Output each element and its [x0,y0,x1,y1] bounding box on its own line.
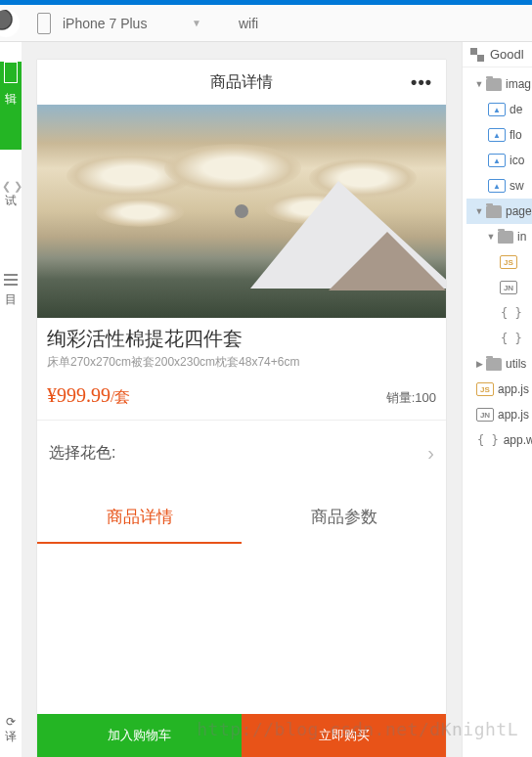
tree-icon [470,48,484,62]
file-explorer: Goodl ▼imag ▲de ▲flo ▲ico ▲sw ▼page ▼in … [462,42,532,757]
image-icon: ▲ [488,128,506,142]
file-item[interactable]: ▲ico [466,148,532,173]
network-name: wifi [239,16,258,31]
page-title: 商品详情 [210,72,273,93]
detail-tabs: 商品详情 商品参数 [37,492,446,544]
folder-utils[interactable]: ▶utils [466,351,532,377]
file-item[interactable]: JS [466,249,532,275]
device-name: iPhone 7 Plus [63,16,147,31]
wxss-icon: { } [501,306,522,320]
js-icon: JS [476,382,494,396]
product-info: 绚彩活性棉提花四件套 床单270x270cm被套200x230cm枕套48x74… [37,318,446,421]
wxml-icon: { } [501,332,522,345]
network-select[interactable]: wifi [209,16,385,31]
chevron-down-icon: ▼ [192,18,201,28]
more-icon[interactable]: ••• [411,72,432,93]
json-icon: JN [500,281,517,294]
file-item[interactable]: ▲de [466,97,532,122]
action-bar: 加入购物车 立即购买 [37,714,446,757]
device-icon[interactable] [37,13,51,34]
project-name: Goodl [490,47,524,62]
simulator: 商品详情 ••• 绚彩活性棉提花四件套 床单270x270cm被套200x230… [22,42,462,757]
image-icon: ▲ [488,103,506,116]
wxss-icon: { } [477,433,499,447]
avatar[interactable] [0,10,20,37]
chevron-right-icon: › [427,442,434,465]
nav-compile[interactable]: ⟳译 [0,686,22,751]
edit-icon [4,62,18,83]
cloud-shape [96,198,184,227]
js-icon: JS [500,255,517,269]
dev-toolbar: iPhone 7 Plus ▼ wifi [0,5,532,42]
product-sales: 销量:100 [386,389,436,407]
folder-pages[interactable]: ▼page [466,199,532,224]
project-header[interactable]: Goodl [463,42,532,67]
folder-icon [486,78,502,91]
file-item[interactable]: JN [466,275,532,300]
device-select[interactable]: iPhone 7 Plus ▼ [63,16,209,31]
left-nav: 辑 ❮ ❯试 目 ⟳译 [0,42,22,757]
nav-debug[interactable]: ❮ ❯试 [0,150,22,215]
product-image[interactable] [37,105,446,318]
folder-images[interactable]: ▼imag [466,71,532,97]
file-app-wxss[interactable]: { }app.w [466,427,532,453]
file-item[interactable]: { } [466,326,532,351]
add-to-cart-button[interactable]: 加入购物车 [37,714,242,757]
folder-index[interactable]: ▼in [466,224,532,249]
folder-icon [486,205,502,218]
chevron-icon: ❮ ❯ [0,180,22,192]
product-title: 绚彩活性棉提花四件套 [47,326,436,352]
product-price: ¥999.99/套 [47,384,130,408]
product-subtitle: 床单270x270cm被套200x230cm枕套48x74+6cm [47,354,436,371]
json-icon: JN [476,408,494,422]
list-icon [4,274,18,286]
image-icon: ▲ [488,179,506,193]
buy-now-button[interactable]: 立即购买 [242,714,446,757]
tab-params[interactable]: 商品参数 [242,492,446,544]
file-item[interactable]: { } [466,300,532,326]
file-item[interactable]: ▲sw [466,173,532,199]
folder-icon [498,231,513,244]
page-indicator [235,204,248,218]
nav-project[interactable]: 目 [0,215,22,314]
file-app-json[interactable]: JNapp.js [466,402,532,427]
nav-edit[interactable]: 辑 [0,62,22,150]
compile-icon: ⟳ [6,715,16,729]
file-item[interactable]: ▲flo [466,122,532,148]
phone-frame: 商品详情 ••• 绚彩活性棉提花四件套 床单270x270cm被套200x230… [37,60,446,757]
folder-icon [486,358,502,371]
image-icon: ▲ [488,154,506,167]
option-label: 选择花色: [49,443,115,464]
page-header: 商品详情 ••• [37,60,446,105]
option-select[interactable]: 选择花色: › [37,421,446,486]
tab-detail[interactable]: 商品详情 [37,492,242,544]
mountain-shape [329,232,446,290]
file-tree: ▼imag ▲de ▲flo ▲ico ▲sw ▼page ▼in JS JN … [463,67,532,453]
file-app-js[interactable]: JSapp.js [466,377,532,402]
